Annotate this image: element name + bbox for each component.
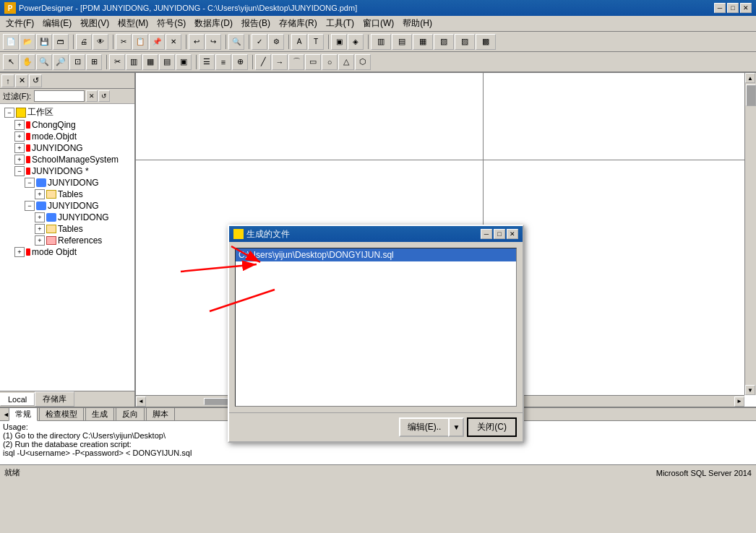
menu-bar: 文件(F) 编辑(E) 视图(V) 模型(M) 符号(S) 数据库(D) 报告(… [0, 16, 756, 32]
status-right: Microsoft SQL Server 2014 [656, 469, 752, 477]
tab-reverse[interactable]: 反向 [116, 407, 145, 421]
tb-undo[interactable]: ↩ [189, 34, 205, 50]
tb-sep-8 [366, 35, 369, 49]
tb-sep-1 [71, 35, 74, 49]
listbox-item-sql[interactable]: C:\Users\yijun\Desktop\DONGYIJUN.sql [236, 248, 516, 261]
status-left: 就绪 [4, 467, 20, 478]
output-line-4: isql -U<username> -P<password> < DONGYIJ… [3, 448, 753, 457]
tb-redo[interactable]: ↪ [205, 34, 221, 50]
tb-a[interactable]: A [291, 34, 307, 50]
tb2-b3[interactable]: ▤ [159, 54, 175, 70]
tb2-tri[interactable]: △ [338, 54, 354, 70]
tb2-rect[interactable]: ▭ [305, 54, 321, 70]
tb2-circle[interactable]: ○ [322, 54, 338, 70]
tb-gen[interactable]: ⚙ [268, 34, 284, 50]
tb2-c2[interactable]: ≡ [215, 54, 231, 70]
tb-new[interactable]: 📄 [3, 34, 19, 50]
tb2-c3[interactable]: ⊕ [232, 54, 248, 70]
title-bar-text: PowerDesigner - [PDM JUNYIDONG, JUNYIDON… [19, 4, 714, 12]
tb-font[interactable]: T [308, 34, 324, 50]
tb-r5[interactable]: ▨ [455, 34, 475, 50]
tb2-sep-3 [250, 55, 253, 69]
menu-storage[interactable]: 存储库(R) [275, 16, 322, 31]
dialog-maximize-btn[interactable]: □ [494, 229, 505, 239]
tb-sep-3 [184, 35, 186, 49]
dialog-footer: 编辑(E).. ▼ 关闭(C) [229, 412, 523, 441]
tb-cut[interactable]: ✂ [116, 34, 132, 50]
edit-dropdown-btn[interactable]: ▼ [448, 417, 464, 437]
toolbar-row-2: ↖ ✋ 🔍 🔎 ⊡ ⊞ ✂ ▥ ▦ ▤ ▣ ☰ ≡ ⊕ ╱ → ⌒ ▭ ○ △ … [0, 52, 756, 72]
dialog-icon [233, 229, 244, 239]
tab-check[interactable]: 检查模型 [39, 407, 84, 421]
toolbar-row-1: 📄 📂 💾 🗃 🖨 👁 ✂ 📋 📌 ✕ ↩ ↪ 🔍 ✓ ⚙ A T ▣ ◈ ▥ … [0, 32, 756, 52]
dialog-close-btn[interactable]: ✕ [507, 229, 518, 239]
tb-obj2[interactable]: ◈ [348, 34, 364, 50]
dialog-minimize-btn[interactable]: ─ [481, 229, 492, 239]
tb-save[interactable]: 💾 [36, 34, 52, 50]
tb-r2[interactable]: ▤ [392, 34, 412, 50]
tb-save-all[interactable]: 🗃 [53, 34, 69, 50]
tb2-b2[interactable]: ▦ [142, 54, 158, 70]
status-bar: 就绪 Microsoft SQL Server 2014 [0, 464, 756, 480]
dialog-generated-files: 生成的文件 ─ □ ✕ C:\Users\yijun\Desktop\DONGY… [228, 225, 524, 443]
close-button[interactable]: ✕ [740, 3, 752, 13]
dialog-title-text: 生成的文件 [246, 228, 481, 240]
tb2-zoom-in[interactable]: 🔍 [36, 54, 52, 70]
maximize-button[interactable]: □ [727, 3, 739, 13]
app-icon: P [4, 2, 16, 14]
tb-group-right: ▥ ▤ ▦ ▧ ▨ ▩ [371, 34, 496, 50]
tb2-hand[interactable]: ✋ [20, 54, 35, 70]
title-bar-controls: ─ □ ✕ [714, 3, 752, 13]
tb2-poly[interactable]: ⬡ [355, 54, 371, 70]
tb-copy[interactable]: 📋 [132, 34, 148, 50]
tb-open[interactable]: 📂 [20, 34, 35, 50]
minimize-button[interactable]: ─ [714, 3, 726, 13]
tb2-b4[interactable]: ▣ [176, 54, 192, 70]
dialog-listbox[interactable]: C:\Users\yijun\Desktop\DONGYIJUN.sql [235, 248, 517, 407]
menu-report[interactable]: 报告(B) [237, 16, 275, 31]
tb-print[interactable]: 🖨 [76, 34, 92, 50]
edit-button[interactable]: 编辑(E).. [399, 417, 449, 437]
menu-edit[interactable]: 编辑(E) [38, 16, 76, 31]
tb-r1[interactable]: ▥ [371, 34, 391, 50]
close-dialog-button[interactable]: 关闭(C) [467, 417, 517, 437]
menu-view[interactable]: 视图(V) [76, 16, 113, 31]
menu-file[interactable]: 文件(F) [1, 16, 38, 31]
tb2-c1[interactable]: ☰ [199, 54, 215, 70]
menu-window[interactable]: 窗口(W) [358, 16, 398, 31]
tb2-zoom-out[interactable]: 🔎 [53, 54, 69, 70]
tb2-zoom-page[interactable]: ⊞ [86, 54, 102, 70]
tb2-zoom-fit[interactable]: ⊡ [69, 54, 85, 70]
dialog-body: C:\Users\yijun\Desktop\DONGYIJUN.sql [229, 242, 523, 412]
tb-r4[interactable]: ▧ [434, 34, 454, 50]
tb2-arrow[interactable]: → [272, 54, 288, 70]
tab-generate[interactable]: 生成 [85, 407, 114, 421]
tab-normal[interactable]: 常规 [9, 407, 38, 421]
tb-sep-5 [246, 35, 249, 49]
tb-check[interactable]: ✓ [252, 34, 267, 50]
menu-symbol[interactable]: 符号(S) [153, 16, 190, 31]
tb-sep-2 [111, 35, 113, 49]
menu-help[interactable]: 帮助(H) [398, 16, 437, 31]
tb2-arc[interactable]: ⌒ [288, 54, 304, 70]
tb-paste[interactable]: 📌 [149, 34, 165, 50]
menu-tools[interactable]: 工具(T) [322, 16, 358, 31]
tb-r3[interactable]: ▦ [413, 34, 433, 50]
dialog-title-bar: 生成的文件 ─ □ ✕ [229, 226, 523, 242]
tb-find[interactable]: 🔍 [228, 34, 244, 50]
tb-sep-4 [223, 35, 226, 49]
tb2-cut2[interactable]: ✂ [109, 54, 125, 70]
tb-delete[interactable]: ✕ [166, 34, 181, 50]
menu-model[interactable]: 模型(M) [113, 16, 153, 31]
tb2-select[interactable]: ↖ [3, 54, 19, 70]
tb2-line[interactable]: ╱ [255, 54, 271, 70]
dialog-overlay: 生成的文件 ─ □ ✕ C:\Users\yijun\Desktop\DONGY… [0, 73, 756, 407]
output-arrow-left[interactable]: ◄ [3, 411, 9, 418]
tb-r6[interactable]: ▩ [476, 34, 496, 50]
tab-script[interactable]: 脚本 [146, 407, 175, 421]
tb2-b1[interactable]: ▥ [126, 54, 142, 70]
edit-button-split: 编辑(E).. ▼ [399, 417, 465, 437]
menu-database[interactable]: 数据库(D) [190, 16, 237, 31]
tb-preview[interactable]: 👁 [93, 34, 108, 50]
tb-obj1[interactable]: ▣ [331, 34, 347, 50]
